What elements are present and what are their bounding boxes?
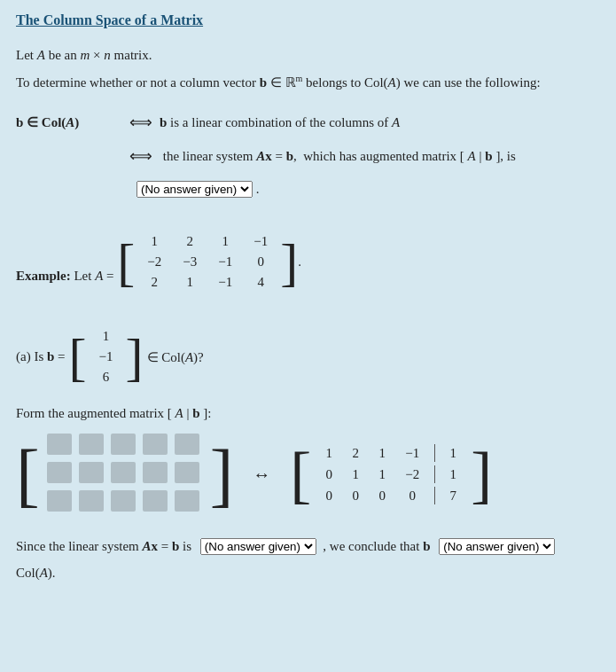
b-vector: [ 1 −1 6 ]: [69, 324, 144, 390]
part-a-label: (a) Is b =: [16, 349, 66, 364]
conclude-dropdown2[interactable]: (No answer given) ∈ ∉: [439, 538, 555, 555]
intro-line1: Let A be an m × n matrix.: [16, 44, 600, 67]
ag13: −2: [400, 467, 425, 482]
m02: 1: [213, 232, 238, 251]
blank-cell-20[interactable]: [47, 490, 72, 512]
b-bracket-right: ]: [126, 331, 144, 384]
conclude-prefix: Since the linear system Ax = b is: [16, 539, 191, 553]
m01: 2: [177, 232, 202, 251]
ag23: 0: [400, 488, 425, 504]
blank-cell-12[interactable]: [111, 462, 136, 483]
conclude-dropdown2-wrapper[interactable]: (No answer given) ∈ ∉: [439, 539, 555, 553]
blank-cell-22[interactable]: [111, 490, 136, 512]
ag01: 2: [347, 446, 364, 461]
page-title: The Column Space of a Matrix: [16, 12, 600, 28]
double-arrow2: ⟺: [129, 140, 152, 172]
aug-grid: 1 2 1 −1 1 0 1 1 −2 1 0 0 0 0 7: [311, 439, 471, 510]
conclude-dropdown1-wrapper[interactable]: (No answer given) consistent inconsisten…: [200, 539, 320, 553]
blank-cell-14[interactable]: [175, 462, 199, 483]
arrow-row3: (No answer given) consistent inconsisten…: [122, 176, 600, 202]
m00: 1: [142, 232, 167, 251]
divider-r1: [433, 444, 435, 462]
ag12: 1: [373, 467, 391, 482]
m23: 4: [248, 273, 273, 292]
bracket-left: [: [117, 236, 135, 289]
example-section: Example: Let A = [ 1 2 1 −1 −2 −3 −1 0 2…: [16, 222, 600, 302]
divider-r3: [433, 487, 435, 504]
divider-r2: [433, 465, 435, 483]
ag04: 1: [444, 446, 462, 461]
ag10: 0: [320, 467, 338, 482]
part-a-tail: ∈ Col(A)?: [147, 349, 204, 365]
conclude-middle: , we conclude that b: [320, 539, 431, 553]
ag11: 1: [347, 467, 364, 482]
blank-cell-02[interactable]: [111, 434, 136, 455]
ag22: 0: [373, 488, 391, 504]
blank-cell-10[interactable]: [47, 462, 72, 483]
period1: .: [253, 176, 260, 202]
period2: .: [298, 254, 301, 270]
m21: 1: [177, 273, 202, 292]
intro-text1: Let A be an m × n matrix.: [16, 48, 152, 62]
part-a: (a) Is b = [ 1 −1 6 ] ∈ Col(A)?: [16, 316, 600, 397]
b-grid: 1 −1 6: [87, 324, 126, 390]
aug-bracket-right: ]: [471, 442, 492, 506]
blank-grid: [40, 430, 210, 519]
aug-matrix: [ 1 2 1 −1 1 0 1 1 −2 1 0 0 0 0 7 ]: [290, 439, 492, 510]
b0: 1: [94, 327, 119, 346]
m12: −1: [213, 253, 238, 271]
ag20: 0: [320, 488, 338, 504]
answer-dropdown-1[interactable]: (No answer given) consistent inconsisten…: [136, 181, 253, 198]
blank-cell-01[interactable]: [79, 434, 104, 455]
ag03: −1: [400, 446, 425, 461]
blank-cell-13[interactable]: [143, 462, 168, 483]
equiv-block: b ∈ Col(A) ⟺ b is a linear combination o…: [16, 106, 600, 202]
example-text: Let A =: [74, 269, 113, 283]
conclude-block: Since the linear system Ax = b is (No an…: [16, 533, 600, 586]
blank-cell-21[interactable]: [79, 490, 104, 512]
blank-bracket-right: ]: [210, 439, 234, 510]
dropdown-wrapper[interactable]: (No answer given) consistent inconsisten…: [136, 176, 253, 202]
ag02: 1: [373, 446, 391, 461]
equiv-right2: the linear system Ax = b, which has augm…: [160, 143, 516, 169]
equiv-left: b ∈ Col(A): [16, 109, 122, 136]
form-aug-label: Form the augmented matrix [ A | b ]:: [16, 406, 600, 421]
b-bracket-left: [: [69, 331, 87, 384]
blank-bracket-left: [: [16, 439, 40, 510]
blank-cell-11[interactable]: [79, 462, 104, 483]
blank-cell-24[interactable]: [175, 490, 199, 512]
m13: 0: [248, 253, 273, 271]
blank-cell-23[interactable]: [143, 490, 168, 512]
arrow-row2: ⟺ the linear system Ax = b, which has au…: [122, 140, 600, 172]
conclude-suffix: Col(A).: [16, 566, 56, 580]
blank-cell-03[interactable]: [143, 434, 168, 455]
m11: −3: [177, 253, 202, 271]
intro-block: Let A be an m × n matrix. To determine w…: [16, 44, 600, 94]
aug-bracket-left: [: [290, 442, 311, 506]
m03: −1: [248, 232, 273, 251]
conclude-dropdown1[interactable]: (No answer given) consistent inconsisten…: [200, 538, 316, 555]
blank-matrix: [ ]: [16, 430, 233, 519]
example-label: Example:: [16, 269, 71, 283]
m22: −1: [213, 273, 238, 292]
row-reduce-arrow: ↔: [253, 465, 270, 485]
m20: 2: [142, 273, 167, 292]
m10: −2: [142, 253, 167, 271]
equiv-row1: b ∈ Col(A) ⟺ b is a linear combination o…: [16, 106, 600, 138]
intro-text2: To determine whether or not a column vec…: [16, 75, 541, 90]
ag21: 0: [347, 488, 364, 504]
double-arrow1: ⟺: [129, 106, 152, 138]
equiv-right1: b is a linear combination of the columns…: [160, 109, 400, 136]
blank-cell-00[interactable]: [47, 434, 72, 455]
intro-line2: To determine whether or not a column vec…: [16, 71, 600, 95]
matrix-grid: 1 2 1 −1 −2 −3 −1 0 2 1 −1 4: [135, 229, 280, 295]
b1: −1: [94, 348, 119, 366]
ag00: 1: [320, 446, 338, 461]
blank-cell-04[interactable]: [175, 434, 199, 455]
ag24: 7: [444, 488, 462, 504]
example-matrix: [ 1 2 1 −1 −2 −3 −1 0 2 1 −1 4 ] .: [117, 229, 301, 295]
ag14: 1: [444, 467, 462, 482]
b2: 6: [94, 368, 119, 387]
bracket-right: ]: [280, 236, 298, 289]
augmented-section: [ ] ↔ [ 1 2 1 −1: [16, 430, 600, 519]
